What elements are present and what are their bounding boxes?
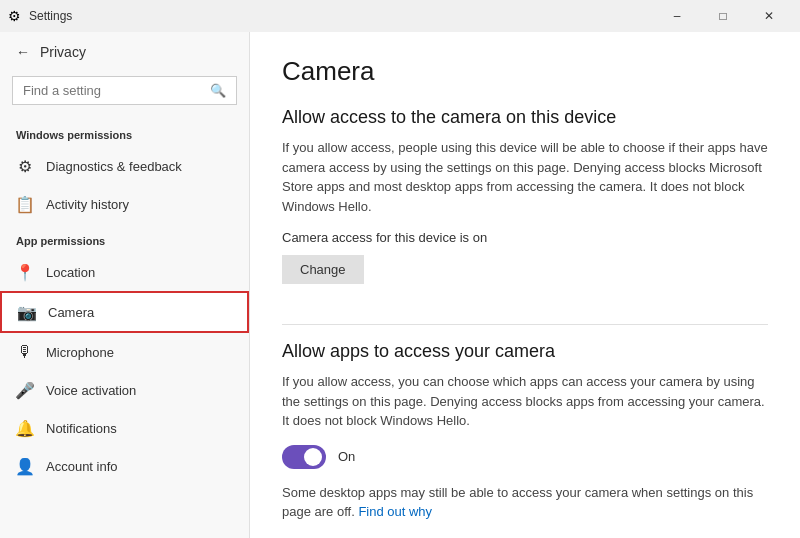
sidebar-item-microphone[interactable]: 🎙 Microphone (0, 333, 249, 371)
sidebar-item-camera[interactable]: 📷 Camera (0, 291, 249, 333)
camera-access-status: Camera access for this device is on (282, 230, 768, 245)
activity-icon: 📋 (16, 195, 34, 213)
section2-title: Allow apps to access your camera (282, 341, 768, 362)
sidebar-item-location[interactable]: 📍 Location (0, 253, 249, 291)
app-permissions-label: App permissions (0, 223, 249, 253)
sidebar-home-label: Privacy (40, 44, 86, 60)
change-button[interactable]: Change (282, 255, 364, 284)
sidebar-item-voice-label: Voice activation (46, 383, 136, 398)
title-bar-title: Settings (29, 9, 72, 23)
back-icon: ← (16, 44, 30, 60)
sidebar-item-diagnostics[interactable]: ⚙ Diagnostics & feedback (0, 147, 249, 185)
close-button[interactable]: ✕ (746, 0, 792, 32)
account-icon: 👤 (16, 457, 34, 475)
maximize-button[interactable]: □ (700, 0, 746, 32)
toggle-knob (304, 448, 322, 466)
notifications-icon: 🔔 (16, 419, 34, 437)
microphone-icon: 🎙 (16, 343, 34, 361)
sidebar-item-activity-label: Activity history (46, 197, 129, 212)
settings-icon: ⚙ (8, 8, 21, 24)
sidebar-back-button[interactable]: ← Privacy (0, 32, 249, 72)
sidebar-item-account-label: Account info (46, 459, 118, 474)
camera-toggle-row: On (282, 445, 768, 469)
camera-icon: 📷 (18, 303, 36, 321)
section2-description: If you allow access, you can choose whic… (282, 372, 768, 431)
title-bar-controls: – □ ✕ (654, 0, 792, 32)
divider-1 (282, 324, 768, 325)
sidebar-search-box[interactable]: 🔍 (12, 76, 237, 105)
page-title: Camera (282, 56, 768, 87)
search-icon: 🔍 (210, 83, 226, 98)
title-bar: ⚙ Settings – □ ✕ (0, 0, 800, 32)
sidebar-item-account[interactable]: 👤 Account info (0, 447, 249, 485)
desktop-apps-note: Some desktop apps may still be able to a… (282, 483, 768, 522)
main-panel: Camera Allow access to the camera on thi… (250, 32, 800, 538)
title-bar-left: ⚙ Settings (8, 8, 72, 24)
find-out-why-link[interactable]: Find out why (358, 504, 432, 519)
sidebar-item-microphone-label: Microphone (46, 345, 114, 360)
section1-title: Allow access to the camera on this devic… (282, 107, 768, 128)
camera-toggle[interactable] (282, 445, 326, 469)
toggle-label: On (338, 449, 355, 464)
sidebar-item-camera-label: Camera (48, 305, 94, 320)
sidebar-item-activity[interactable]: 📋 Activity history (0, 185, 249, 223)
sidebar-item-diagnostics-label: Diagnostics & feedback (46, 159, 182, 174)
voice-icon: 🎤 (16, 381, 34, 399)
sidebar-item-notifications-label: Notifications (46, 421, 117, 436)
note-text-content: Some desktop apps may still be able to a… (282, 485, 753, 520)
sidebar-item-notifications[interactable]: 🔔 Notifications (0, 409, 249, 447)
sidebar: ← Privacy 🔍 Windows permissions ⚙ Diagno… (0, 32, 250, 538)
diagnostics-icon: ⚙ (16, 157, 34, 175)
location-icon: 📍 (16, 263, 34, 281)
section1-description: If you allow access, people using this d… (282, 138, 768, 216)
search-input[interactable] (23, 83, 202, 98)
minimize-button[interactable]: – (654, 0, 700, 32)
windows-permissions-label: Windows permissions (0, 117, 249, 147)
sidebar-item-voice[interactable]: 🎤 Voice activation (0, 371, 249, 409)
app-container: ← Privacy 🔍 Windows permissions ⚙ Diagno… (0, 32, 800, 538)
sidebar-item-location-label: Location (46, 265, 95, 280)
